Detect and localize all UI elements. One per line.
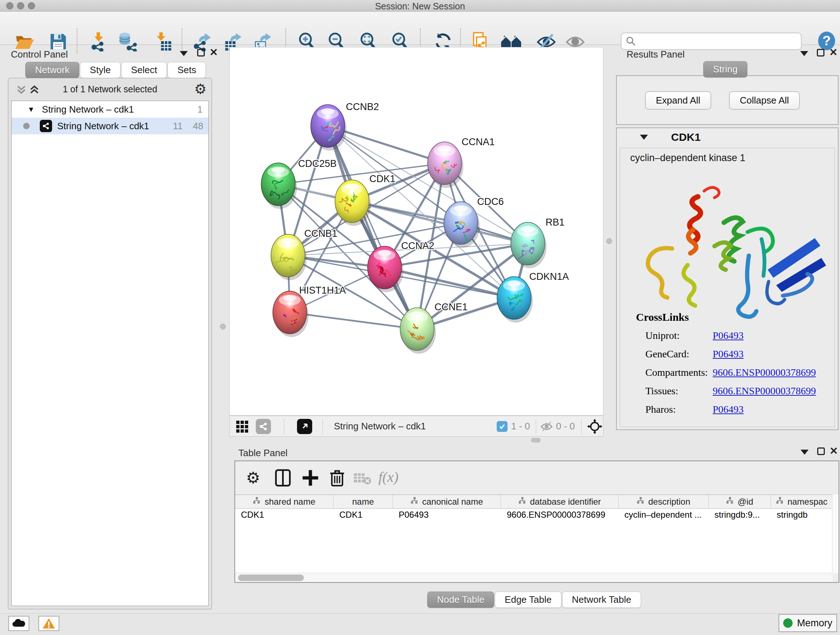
crosslink-link[interactable]: P06493 bbox=[713, 330, 744, 341]
graph-node-CCNE1[interactable] bbox=[400, 308, 434, 350]
crosslink-label: Compartments: bbox=[645, 367, 708, 378]
network-view-mode-icon[interactable] bbox=[256, 419, 271, 434]
network-tab-content: 1 of 1 Network selected ⚙ ▼ String Netwo… bbox=[8, 78, 212, 609]
scrollbar-thumb[interactable] bbox=[238, 575, 304, 581]
graph-node-label: HIST1H1A bbox=[299, 285, 346, 296]
network-list-header: 1 of 1 Network selected ⚙ bbox=[8, 78, 212, 101]
graph-node-RB1[interactable] bbox=[511, 222, 545, 265]
column-header-database-identifier[interactable]: database identifier bbox=[501, 495, 619, 508]
network-tree-network-row[interactable]: String Network – cdk1 11 48 bbox=[11, 118, 208, 134]
vertical-splitter-handle[interactable] bbox=[606, 238, 612, 244]
expand-all-button[interactable]: Expand All bbox=[645, 91, 711, 110]
table-cell: 9606.ENSP00000378699 bbox=[501, 509, 619, 522]
tab-network[interactable]: Network bbox=[25, 62, 79, 78]
results-panel-title: Results Panel bbox=[627, 49, 684, 60]
graph-node-label: CDC6 bbox=[477, 196, 504, 207]
collapse-all-button[interactable]: Collapse All bbox=[729, 91, 800, 110]
control-panel-float-icon[interactable] bbox=[197, 49, 205, 57]
node-table[interactable]: shared namenamecanonical namedatabase id… bbox=[235, 494, 833, 573]
selected-checkbox-icon[interactable] bbox=[497, 421, 508, 432]
table-horizontal-scrollbar[interactable] bbox=[235, 573, 833, 582]
network-options-gear-icon[interactable]: ⚙ bbox=[194, 81, 207, 97]
tree-expand-icon[interactable]: ▼ bbox=[27, 105, 35, 114]
warning-icon bbox=[42, 618, 55, 629]
graph-node-CDKN1A[interactable] bbox=[497, 277, 531, 319]
graph-node-CDC6[interactable] bbox=[444, 202, 478, 244]
cloud-status-button[interactable] bbox=[8, 616, 29, 631]
selected-node-edge-count: 1 - 0 bbox=[511, 421, 530, 432]
memory-button[interactable]: Memory bbox=[778, 614, 837, 632]
tab-style[interactable]: Style bbox=[80, 62, 120, 78]
tab-network-table[interactable]: Network Table bbox=[562, 592, 641, 608]
column-header-@id[interactable]: @id bbox=[709, 495, 771, 508]
cloud-icon bbox=[11, 618, 26, 629]
graph-node-CCNA2[interactable] bbox=[368, 246, 401, 289]
table-panel-collapse-icon[interactable] bbox=[801, 450, 808, 455]
table-vertical-scrollbar[interactable] bbox=[832, 494, 838, 573]
table-panel-float-icon[interactable] bbox=[817, 448, 825, 455]
control-panel-close-icon[interactable]: ✕ bbox=[210, 48, 218, 57]
column-header-canonical-name[interactable]: canonical name bbox=[393, 495, 501, 508]
table-panel: Table Panel ✕ ⚙ f(x) shared namenamecano… bbox=[233, 445, 840, 612]
tab-string[interactable]: String bbox=[703, 61, 747, 78]
tab-select[interactable]: Select bbox=[121, 62, 167, 78]
graph-node-CDK1[interactable] bbox=[335, 180, 369, 223]
grid-view-icon[interactable] bbox=[235, 420, 248, 434]
results-panel-collapse-icon[interactable] bbox=[800, 51, 808, 56]
detach-view-icon[interactable] bbox=[297, 419, 312, 434]
graph-node-HIST1H1A[interactable] bbox=[273, 291, 307, 334]
graph-node-CCNB2[interactable] bbox=[311, 105, 345, 147]
crosslink-link[interactable]: 9606.ENSP00000378699 bbox=[713, 367, 816, 378]
table-toolbar: ⚙ f(x) bbox=[235, 461, 838, 494]
network-view-canvas[interactable]: CCNB2CCNA1CDC25BCDK1CDC6RB1CCNB1CCNA2CDK… bbox=[229, 47, 603, 416]
column-header-name[interactable]: name bbox=[333, 495, 393, 508]
tab-sets[interactable]: Sets bbox=[167, 62, 206, 78]
gene-description: cyclin–dependent kinase 1 bbox=[630, 152, 745, 164]
table-row[interactable]: CDK1CDK1P064939606.ENSP00000378699cyclin… bbox=[235, 509, 833, 522]
graph-node-CCNA1[interactable] bbox=[428, 142, 462, 185]
column-header-description[interactable]: description bbox=[619, 495, 709, 508]
results-actions-box: Expand All Collapse All bbox=[616, 75, 838, 125]
edge-count: 48 bbox=[193, 120, 203, 132]
show-columns-icon[interactable] bbox=[273, 469, 292, 487]
crosslink-link[interactable]: P06493 bbox=[713, 348, 744, 360]
vertical-splitter-handle[interactable] bbox=[220, 324, 226, 329]
column-header-shared-name[interactable]: shared name bbox=[235, 495, 333, 508]
crosslinks-title: CrossLinks bbox=[636, 311, 689, 323]
table-panel-close-icon[interactable]: ✕ bbox=[829, 446, 838, 456]
control-panel-collapse-icon[interactable] bbox=[180, 51, 188, 56]
graph-node-label: CCNA1 bbox=[462, 136, 495, 147]
column-type-icon bbox=[726, 497, 734, 507]
node-count: 11 bbox=[173, 120, 183, 132]
delete-table-icon bbox=[353, 469, 372, 487]
tab-edge-table[interactable]: Edge Table bbox=[495, 592, 561, 608]
crosslink-link[interactable]: 9606.ENSP00000378699 bbox=[713, 385, 816, 397]
warnings-button[interactable] bbox=[38, 616, 59, 631]
network-name-label: String Network – cdk1 bbox=[57, 120, 149, 132]
network-graph[interactable]: CCNB2CCNA1CDC25BCDK1CDC6RB1CCNB1CCNA2CDK… bbox=[230, 48, 603, 415]
tab-node-table[interactable]: Node Table bbox=[427, 592, 494, 608]
network-view-toolbar: String Network – cdk1 1 - 0 0 - 0 bbox=[229, 416, 603, 437]
crosslink-label: GeneCard: bbox=[645, 348, 689, 360]
table-settings-gear-icon[interactable]: ⚙ bbox=[246, 469, 265, 487]
horizontal-splitter-handle[interactable] bbox=[531, 438, 540, 442]
gene-section-collapse-icon[interactable] bbox=[640, 135, 648, 140]
toolbar-separator bbox=[284, 419, 284, 434]
add-column-icon[interactable] bbox=[301, 469, 320, 487]
column-header-namespac[interactable]: namespac bbox=[771, 495, 833, 508]
search-icon bbox=[626, 36, 636, 46]
delete-column-icon[interactable] bbox=[328, 469, 347, 487]
graph-node-CDC25B[interactable] bbox=[261, 163, 295, 206]
crosslink-link[interactable]: P06493 bbox=[713, 404, 744, 415]
network-tree-root-row[interactable]: ▼ String Network – cdk1 1 bbox=[11, 101, 208, 118]
control-panel: Control Panel ✕ NetworkStyleSelectSets 1… bbox=[3, 46, 217, 611]
table-cell: stringdb:9... bbox=[709, 509, 771, 522]
results-panel-close-icon[interactable]: ✕ bbox=[829, 48, 837, 57]
fit-center-crosshair-icon[interactable] bbox=[587, 419, 602, 435]
results-panel-float-icon[interactable] bbox=[817, 49, 824, 57]
graph-node-label: CCNE1 bbox=[434, 302, 468, 312]
graph-node-CCNB1[interactable] bbox=[271, 234, 305, 277]
graph-node-label: CDC25B bbox=[298, 158, 337, 169]
search-input[interactable] bbox=[636, 36, 791, 46]
function-builder-icon: f(x) bbox=[378, 469, 411, 487]
